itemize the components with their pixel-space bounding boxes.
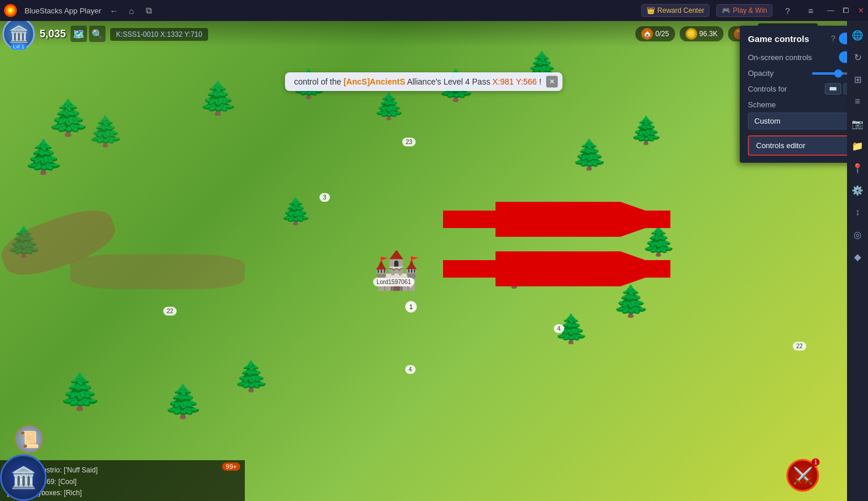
- scheme-section: Scheme Custom ▾: [748, 100, 860, 129]
- menu-icon[interactable]: ≡: [803, 2, 819, 19]
- tree-14: 🌲: [163, 383, 203, 421]
- sidebar-icon-sync[interactable]: ↻: [848, 48, 867, 66]
- tree-1: 🌲: [47, 97, 90, 138]
- scroll-icon-button[interactable]: 📜: [14, 424, 44, 454]
- tree-10: 🌲: [280, 196, 312, 226]
- map-label-2: 3: [319, 193, 330, 202]
- close-button[interactable]: ✕: [854, 3, 868, 17]
- sidebar-icon-grid[interactable]: ⊞: [848, 70, 867, 89]
- nav-back-button[interactable]: ←: [106, 2, 122, 19]
- sidebar-icon-shapes[interactable]: ◆: [848, 247, 867, 266]
- right-sidebar: 🌐 ↻ ⊞ ≡ 📷 📁 📍 ⚙️ ↕ ◎ ◆: [847, 21, 868, 501]
- playnwin-label: Play & Win: [733, 6, 767, 15]
- notification-banner: control of the [AncS]AncientS Alliance's…: [284, 72, 562, 91]
- panel-header: Game controls ?: [748, 33, 860, 44]
- dirt-path-2: [70, 254, 245, 289]
- home-icon: 🏠: [641, 28, 653, 40]
- player-name-label: Lord1597061: [373, 278, 414, 286]
- nav-home-button[interactable]: ⌂: [124, 2, 140, 19]
- game-area[interactable]: 🌲 🌲 🌲 🌲 🌲 🌲 🌲 🌲 🌲 🌲 🌲 🌲 🌲 🌲 🌲 🌲 🌲 🌲 🌲 🏰 …: [0, 21, 847, 501]
- sidebar-icon-layers[interactable]: ≡: [848, 92, 867, 111]
- notification-close-button[interactable]: ✕: [546, 76, 558, 87]
- controls-editor-button[interactable]: Controls editor: [748, 135, 860, 156]
- player-badge: 1: [405, 301, 417, 313]
- help-icon[interactable]: ?: [779, 2, 796, 19]
- controls-for-label: Controls for: [748, 85, 787, 93]
- nav-icons: ← ⌂ ⧉: [106, 2, 157, 19]
- notif-middle: Alliance's Level 4 Pass: [407, 77, 493, 86]
- notif-prefix: control of the: [294, 77, 343, 86]
- tree-18: 🌲: [571, 138, 607, 171]
- tree-17: 🌲: [641, 225, 676, 258]
- scheme-label: Scheme: [748, 100, 860, 109]
- map-label-4: 4: [554, 324, 564, 333]
- play-win-button[interactable]: 🎮 Play & Win: [716, 4, 772, 17]
- scheme-dropdown[interactable]: Custom ▾: [748, 113, 860, 129]
- reward-label: Reward Center: [658, 6, 705, 15]
- home-count: 0/25: [655, 30, 669, 38]
- sidebar-icon-globe[interactable]: 🌐: [848, 26, 867, 44]
- map-icon-button[interactable]: 🗺️: [71, 26, 87, 42]
- sidebar-icon-resize[interactable]: ↕: [848, 203, 867, 222]
- on-screen-controls-row: On-screen controls: [748, 51, 860, 63]
- map-label-3: 22: [163, 307, 177, 316]
- player-avatar[interactable]: 🏛️ Lvl 1: [2, 21, 35, 50]
- restore-button[interactable]: ⧠: [839, 3, 853, 17]
- title-right-buttons: 👑 Reward Center 🎮 Play & Win ? ≡: [641, 2, 819, 19]
- sidebar-icon-settings[interactable]: ⚙️: [848, 181, 867, 199]
- gold-icon: 🪙: [686, 28, 697, 40]
- gold-resource: 🪙 96.3K: [680, 26, 723, 41]
- notification-text: control of the [AncS]AncientS Alliance's…: [294, 77, 541, 86]
- search-button[interactable]: 🔍: [89, 26, 106, 42]
- titlebar: BlueStacks App Player ← ⌂ ⧉ 👑 Reward Cen…: [0, 0, 868, 21]
- panel-title: Game controls: [748, 34, 809, 44]
- sidebar-icon-folder[interactable]: 📁: [848, 136, 867, 155]
- app-logo: [0, 0, 21, 21]
- map-label-1: 23: [402, 138, 416, 146]
- reward-crown-icon: 👑: [646, 6, 655, 15]
- tree-8: 🌲: [23, 138, 64, 176]
- minimap-icon[interactable]: 🏛️: [0, 454, 47, 501]
- gold-count: 96.3K: [700, 30, 718, 38]
- controls-for-row: Controls for ⌨️ 🎮: [748, 83, 860, 94]
- sidebar-icon-camera[interactable]: 📷: [848, 114, 867, 133]
- combat-badge: 1: [811, 458, 820, 466]
- sidebar-icon-location[interactable]: 📍: [848, 159, 867, 177]
- notif-alliance[interactable]: [AncS]AncientS: [343, 77, 405, 86]
- tree-11: 🌲: [496, 254, 533, 290]
- app-title: BlueStacks App Player: [24, 6, 101, 15]
- minimize-button[interactable]: —: [824, 3, 838, 17]
- coord-text: K:SSS1-0010 X:1332 Y:710: [110, 28, 208, 41]
- scheme-value: Custom: [754, 117, 781, 125]
- home-resource: 🏠 0/25: [635, 26, 674, 41]
- coord-display: K:SSS1-0010 X:1332 Y:710: [110, 29, 208, 39]
- tree-2: 🌲: [87, 114, 124, 148]
- panel-help-icon[interactable]: ?: [831, 34, 835, 43]
- map-label-5: 4: [405, 365, 416, 374]
- playnwin-icon: 🎮: [722, 6, 730, 15]
- tree-5: 🌲: [373, 91, 405, 121]
- sidebar-icon-target[interactable]: ◎: [848, 225, 867, 244]
- notif-coords-link[interactable]: X:981 Y:566: [493, 77, 537, 86]
- opacity-label: Opacity: [748, 69, 774, 78]
- player-score: 5,035: [40, 28, 66, 40]
- keyboard-icon-button[interactable]: ⌨️: [825, 83, 841, 94]
- map-label-6: 22: [793, 342, 806, 351]
- svg-point-3: [9, 9, 12, 12]
- opacity-row: Opacity −: [748, 69, 860, 78]
- combat-icon-button[interactable]: ⚔️ 1: [786, 459, 819, 492]
- tree-13: 🌲: [58, 371, 102, 412]
- notif-suffix: !: [539, 77, 542, 86]
- nav-tab-button[interactable]: ⧉: [141, 2, 157, 19]
- tree-19: 🌲: [630, 114, 663, 146]
- tree-15: 🌲: [233, 359, 269, 393]
- top-hud: 🏛️ Lvl 1 5,035 🗺️ 🔍 K:SSS1-0010 X:1332 Y…: [0, 21, 847, 47]
- window-controls: — ⧠ ✕: [824, 3, 868, 17]
- on-screen-controls-label: On-screen controls: [748, 53, 812, 62]
- tree-16: 🌲: [612, 283, 650, 319]
- map-buttons: 🗺️ 🔍: [71, 26, 106, 42]
- chat-badge: 99+: [222, 463, 240, 471]
- tree-3: 🌲: [198, 79, 238, 117]
- reward-center-button[interactable]: 👑 Reward Center: [641, 4, 710, 17]
